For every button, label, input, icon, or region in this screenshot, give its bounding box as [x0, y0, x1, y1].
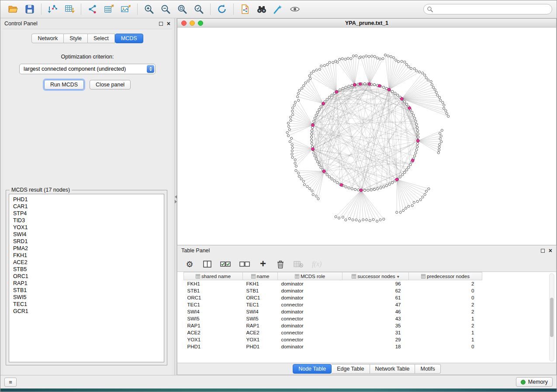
- table-scrollbar[interactable]: [549, 273, 554, 361]
- network-window-title: YPA_prune.txt_1: [345, 20, 388, 26]
- table-row[interactable]: SWI5SWI5connector431: [184, 315, 482, 322]
- mcds-result-item[interactable]: PMA2: [13, 245, 160, 252]
- mcds-result-item[interactable]: ACE2: [13, 259, 160, 266]
- column-header-mcds-role[interactable]: MCDS role: [278, 272, 343, 280]
- zoom-out-button[interactable]: [157, 2, 174, 17]
- mcds-result-item[interactable]: CAR1: [13, 203, 160, 210]
- mcds-result-item[interactable]: STB5: [13, 266, 160, 273]
- export-network-button[interactable]: [84, 2, 101, 17]
- table-row[interactable]: YOX1YOX1connector291: [184, 336, 482, 343]
- table-cell: SWI5: [243, 315, 278, 322]
- mcds-result-item[interactable]: TEC1: [13, 301, 160, 308]
- mcds-result-item[interactable]: PHD1: [13, 196, 160, 203]
- mcds-result-item[interactable]: RAP1: [13, 280, 160, 287]
- window-minimize-icon[interactable]: [190, 21, 195, 26]
- mcds-result-item[interactable]: STB1: [13, 287, 160, 294]
- table-cell: 1: [409, 329, 482, 336]
- open-session-button[interactable]: [5, 2, 21, 17]
- table-row[interactable]: PHD1PHD1dominator180: [184, 343, 482, 350]
- window-maximize-icon[interactable]: [198, 21, 203, 26]
- import-network-button[interactable]: [45, 2, 61, 17]
- column-layout-button[interactable]: [203, 261, 211, 268]
- show-hide-button[interactable]: [287, 2, 303, 17]
- column-header-name[interactable]: name: [243, 272, 278, 280]
- table-cell: 2: [409, 308, 482, 315]
- search-icon: [427, 6, 433, 12]
- import-table-icon: [64, 4, 75, 14]
- memory-button[interactable]: Memory: [516, 377, 553, 387]
- mcds-result-item[interactable]: STP4: [13, 210, 160, 217]
- export-table-button[interactable]: [101, 2, 118, 17]
- sort-indicator-icon[interactable]: ▾: [397, 274, 399, 279]
- import-network-icon: [48, 4, 58, 14]
- window-close-icon[interactable]: [181, 21, 187, 26]
- mcds-result-item[interactable]: TID3: [13, 217, 160, 224]
- close-panel-icon[interactable]: ×: [167, 21, 170, 27]
- folder-icon: [8, 4, 18, 14]
- table-panel-header: Table Panel ×: [177, 245, 556, 256]
- refresh-view-button[interactable]: [214, 2, 230, 17]
- deselect-all-button[interactable]: [239, 261, 250, 267]
- mcds-result-item[interactable]: FKH1: [13, 252, 160, 259]
- delete-column-button[interactable]: [276, 260, 285, 268]
- network-graph[interactable]: [177, 28, 557, 245]
- tab-node-table[interactable]: Node Table: [293, 364, 332, 374]
- tab-network-table[interactable]: Network Table: [370, 364, 415, 374]
- tab-select[interactable]: Select: [88, 34, 115, 43]
- import-table-button[interactable]: [61, 2, 78, 17]
- task-history-button[interactable]: ≡: [4, 378, 17, 387]
- mcds-result-item[interactable]: SRD1: [13, 238, 160, 245]
- add-column-button[interactable]: +: [259, 260, 267, 269]
- wand-icon: [273, 4, 284, 14]
- mcds-result-item[interactable]: ORC1: [13, 273, 160, 280]
- table-row[interactable]: ORC1ORC1dominator610: [184, 294, 482, 301]
- zoom-selected-button[interactable]: [190, 2, 207, 17]
- mcds-result-item[interactable]: GCR1: [13, 308, 160, 315]
- gear-icon: ⚙: [186, 259, 193, 269]
- style-wand-button[interactable]: [270, 2, 287, 17]
- select-all-button[interactable]: [220, 261, 231, 267]
- table-row[interactable]: STB1STB1dominator620: [184, 287, 482, 294]
- tab-edge-table[interactable]: Edge Table: [332, 364, 370, 374]
- table-row[interactable]: SWI4SWI4dominator462: [184, 308, 482, 315]
- zoom-fit-button[interactable]: [174, 2, 190, 17]
- tab-mcds[interactable]: MCDS: [115, 34, 143, 43]
- zoom-fit-icon: [177, 4, 187, 14]
- run-mcds-button[interactable]: Run MCDS: [44, 80, 84, 89]
- save-session-button[interactable]: [21, 2, 38, 17]
- zoom-in-button[interactable]: [141, 2, 157, 17]
- mcds-result-item[interactable]: YOX1: [13, 224, 160, 231]
- search-input[interactable]: [423, 4, 552, 14]
- export-web-button[interactable]: [237, 2, 253, 17]
- table-cell: ACE2: [243, 329, 278, 336]
- export-image-icon: [121, 4, 131, 14]
- find-button[interactable]: [253, 2, 270, 17]
- column-header-successor-nodes[interactable]: successor nodes▾: [343, 272, 409, 280]
- float-panel-icon[interactable]: [159, 22, 163, 26]
- network-canvas[interactable]: [177, 28, 556, 245]
- close-panel-icon[interactable]: ×: [549, 248, 552, 254]
- export-image-button[interactable]: [118, 2, 134, 17]
- table-row[interactable]: ACE2ACE2connector311: [184, 329, 482, 336]
- tab-motifs[interactable]: Motifs: [415, 364, 440, 374]
- splitter-collapse-icon[interactable]: [175, 195, 176, 203]
- column-header-predecessor-nodes[interactable]: predecessor nodes: [409, 272, 482, 280]
- table-row[interactable]: RAP1RAP1dominator352: [184, 322, 482, 329]
- table-panel-title: Table Panel: [181, 248, 210, 254]
- tab-style[interactable]: Style: [64, 34, 88, 43]
- table-settings-button[interactable]: ⚙: [185, 259, 194, 269]
- close-panel-button[interactable]: Close panel: [90, 80, 131, 89]
- table-scrollbar-thumb[interactable]: [550, 298, 554, 337]
- search-field-wrap: [423, 4, 552, 14]
- table-row[interactable]: TEC1TEC1connector472: [184, 301, 482, 308]
- memory-status-icon: [521, 380, 526, 385]
- optimization-criterion-select[interactable]: largest connected component (undirected): [19, 64, 156, 74]
- column-header-shared-name[interactable]: shared name: [184, 272, 243, 280]
- toolbar-separator: [137, 3, 138, 15]
- float-panel-icon[interactable]: [541, 249, 545, 253]
- tab-network[interactable]: Network: [31, 34, 64, 43]
- table-row[interactable]: FKH1FKH1dominator962: [184, 280, 482, 287]
- mcds-result-item[interactable]: SWI4: [13, 231, 160, 238]
- mcds-result-item[interactable]: SWI5: [13, 294, 160, 301]
- network-window-titlebar[interactable]: YPA_prune.txt_1: [177, 19, 556, 28]
